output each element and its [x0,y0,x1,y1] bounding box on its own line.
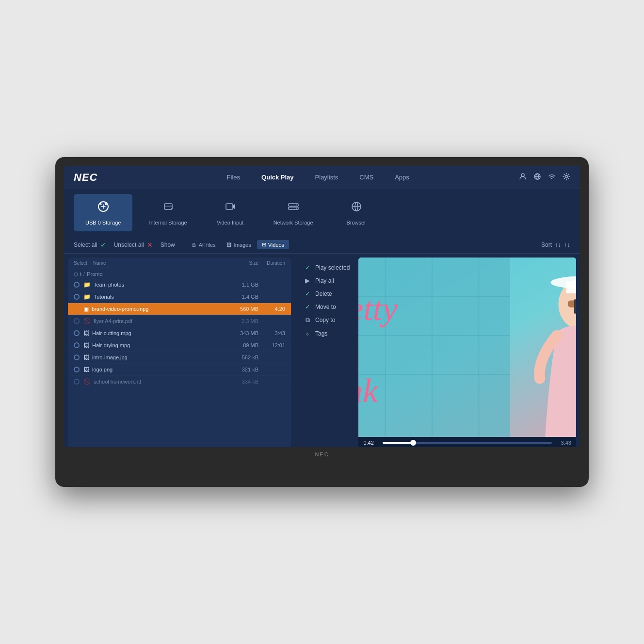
file-size: 1.1 GB [225,282,258,288]
play-all-btn[interactable]: ▶ Play all [300,274,354,287]
globe-icon[interactable] [533,173,541,182]
unselect-all-label: Unselect all [114,242,144,248]
file-row-selected[interactable]: ▣ brand-video-promo.mpg 560 MB 4:20 [68,303,291,315]
tags-btn[interactable]: ⬦ Tags [300,327,354,339]
settings-icon[interactable] [563,173,570,182]
file-select-radio-checked[interactable] [74,306,80,312]
move-icon: ✓ [304,303,311,310]
nav-links: Files Quick Play Playlists CMS Apps [117,172,519,183]
unselect-all-btn[interactable]: Unselect all ✕ [114,241,153,249]
file-name: Team photos [94,282,225,288]
file-row[interactable]: 🖼 Hair-drying.mpg 89 MB 12:01 [68,339,291,352]
tv-screen: NEC Files Quick Play Playlists CMS Apps [64,166,580,447]
sort-asc-icon[interactable]: ↑↓ [555,241,561,248]
unselect-all-icon: ✕ [147,241,153,249]
sort-label: Sort [541,242,552,248]
tv-stand-label: NEC [64,450,580,459]
move-to-label: Move to [315,304,336,310]
file-row[interactable]: 📁 Tutorials 1.4 GB [68,291,291,303]
select-all-btn[interactable]: Select all ✓ [74,241,106,249]
file-select-radio[interactable] [74,282,80,288]
breadcrumb-usb-icon: ⬡ [74,272,78,277]
video-progress-bar[interactable] [383,442,552,444]
user-icon[interactable] [519,173,527,182]
video-preview-panel: Pretty in Pink [358,254,580,447]
play-selected-btn[interactable]: ✓ Play selected [300,261,354,274]
file-select-radio[interactable] [74,354,80,360]
nav-cms[interactable]: CMS [355,172,377,183]
svg-rect-9 [226,204,233,209]
nav-apps[interactable]: Apps [391,172,413,183]
file-row[interactable]: 🖼 Hair-cutting.mpg 343 MB 3:43 [68,327,291,339]
play-selected-label: Play selected [315,264,350,271]
file-size: 562 kB [225,354,258,360]
toolbar: Select all ✓ Unselect all ✕ Show 🗎 All f… [64,236,580,254]
file-name: Hair-drying.mpg [92,342,225,348]
video-controls: 0:42 3:43 [358,437,576,447]
file-row-dimmed[interactable]: 🚫 flyer A4-print.pdf 2.3 MB [68,315,291,327]
file-duration: 12:01 [258,342,285,348]
delete-icon: ✓ [304,290,311,297]
file-select-radio[interactable] [74,379,80,385]
filter-images-btn[interactable]: 🖼 Images [222,240,256,249]
file-size: 89 MB [225,342,258,348]
move-to-btn[interactable]: ✓ Move to [300,301,354,313]
file-select-radio[interactable] [74,294,80,300]
copy-to-label: Copy to [315,317,335,323]
nav-files[interactable]: Files [223,172,244,183]
nec-logo: NEC [74,171,97,184]
copy-to-btn[interactable]: ⧉ Copy to [300,314,354,326]
header-icons [519,173,570,182]
video-file-icon: ▣ [83,306,89,312]
storage-usb[interactable]: USB 0 Storage [74,194,132,231]
file-duration-selected: 4:20 [258,306,285,312]
breadcrumb-sep: / [83,271,85,277]
browser-icon [350,200,363,217]
file-select-radio[interactable] [74,367,80,372]
file-size: 2.3 MB [225,318,258,324]
file-row[interactable]: 🖼 logo.png 321 kB [68,364,291,376]
sort-desc-icon[interactable]: ↑↓ [564,241,570,248]
nav-playlists[interactable]: Playlists [311,172,342,183]
file-name: intro-image.jpg [92,354,225,360]
file-select-radio[interactable] [74,330,80,336]
file-name: Hair-cutting.mpg [92,330,225,336]
svg-rect-16 [358,258,510,437]
play-all-label: Play all [315,277,334,284]
video-progress-thumb[interactable] [410,440,416,446]
storage-video-input[interactable]: Video Input [204,194,257,231]
image-file-icon: 🖼 [83,366,89,373]
image-file-icon: 🖼 [83,342,89,349]
svg-text:Pretty: Pretty [358,290,398,327]
storage-internal[interactable]: Internal Storage [137,194,198,231]
play-all-icon: ▶ [304,277,311,284]
file-select-radio[interactable] [74,318,80,324]
video-icon-filter: ⊞ [262,242,266,248]
filter-videos-btn[interactable]: ⊞ Videos [257,240,289,249]
sort-group: Sort ↑↓ ↑↓ [541,241,570,248]
col-size-header: Size [225,260,258,266]
file-row[interactable]: 🖼 intro-image.jpg 562 kB [68,352,291,364]
storage-network[interactable]: Network Storage [262,194,325,231]
wifi-icon[interactable] [548,173,556,182]
video-time-current: 0:42 [363,440,379,446]
file-row[interactable]: 📁 Team photos 1.1 GB [68,279,291,291]
file-select-radio[interactable] [74,342,80,348]
filter-all-btn[interactable]: 🗎 All files [187,240,221,249]
tags-icon: ⬦ [304,330,311,337]
folder-icon: 📁 [83,281,91,288]
file-size: 1.4 GB [225,294,258,300]
svg-rect-29 [566,281,576,293]
svg-point-13 [296,208,297,209]
delete-btn[interactable]: ✓ Delete [300,288,354,300]
file-name: Tutorials [94,294,225,300]
storage-browser[interactable]: Browser [330,194,383,231]
context-menu: ✓ Play selected ▶ Play all ✓ Delete ✓ Mo… [295,254,358,447]
svg-point-12 [296,205,297,206]
video-input-icon [224,200,237,217]
show-label: Show [161,242,175,248]
video-input-label: Video Input [217,220,243,225]
svg-point-5 [99,203,101,205]
nav-quick-play[interactable]: Quick Play [258,172,297,183]
file-row-dimmed[interactable]: 🚫 school homework.rtf 334 kB [68,376,291,388]
